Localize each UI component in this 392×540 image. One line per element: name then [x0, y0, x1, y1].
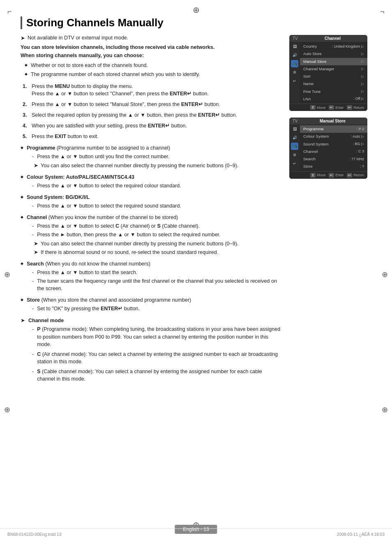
bullet-text-1: Whether or not to store each of the chan…: [31, 62, 148, 69]
section-store-title: Store (When you store the channel and as…: [27, 296, 191, 304]
tv-item-sort-label: Sort: [303, 74, 310, 79]
tv-footer-enter-2: ↵ Enter: [329, 173, 344, 178]
tv-label-1: TV: [293, 36, 298, 41]
section-channel-title: Channel (When you know the number of the…: [27, 214, 178, 221]
corner-mark-tr: ⌐: [380, 7, 385, 16]
dash-icon-ch1: -: [32, 222, 34, 230]
tv-item-soundsys-label: Sound System: [303, 141, 329, 147]
step-4: 4. When you are satisfied with your sett…: [23, 122, 281, 129]
move-label: Move: [317, 106, 325, 110]
channel-mode-sub: - P (Programme mode): When completing tu…: [32, 325, 281, 383]
tv-icon-picture: 🖼: [291, 43, 298, 50]
crosshair-right2: ⊕: [382, 405, 388, 414]
tv-item-search2-label: Search: [303, 156, 316, 162]
tv-item-lna-label: LNA: [303, 96, 311, 102]
section-programme-sub: - Press the ▲ or ▼ button until you find…: [32, 153, 281, 169]
tv-item-programme-label: Programme: [303, 126, 324, 132]
tv-item-manualstore: Manual Store ▷: [300, 58, 367, 65]
move-label-2: Move: [317, 173, 325, 177]
bullet-item-2: ◆ The programme number of each stored ch…: [25, 71, 281, 78]
channel-dash-1: - Press the ▲ or ▼ button to select C (A…: [32, 222, 281, 230]
tv-item-programme: Programme : P 2: [300, 125, 367, 133]
tv-item-store2-value: : ?: [360, 164, 364, 170]
colour-dash-text-1: Press the ▲ or ▼ button to select the re…: [37, 182, 181, 189]
tv-item-country: Country : United Kingdom ▷: [300, 43, 367, 50]
section-store-sub: - Set to "OK" by pressing the ENTER↵ but…: [32, 305, 281, 312]
channel-note-2: ➤ If there is abnormal sound or no sound…: [34, 249, 281, 256]
tv-item-lna: LNA : Off ▷: [300, 95, 367, 103]
search-dash-1: - Press the ▲ or ▼ button to start the s…: [32, 269, 281, 276]
search-dash-text-2: The tuner scans the frequency range unti…: [37, 277, 281, 292]
section-store: ◆ Store (When you store the channel and …: [21, 296, 281, 312]
step-text-3: Select the required option by pressing t…: [32, 111, 237, 119]
tv-item-name-arrow: ▷: [361, 81, 364, 87]
cm-s-text: S (Cable channel mode): You can select a…: [37, 368, 281, 383]
note-arrow-ch2: ➤: [34, 249, 38, 256]
enter-label: Enter: [335, 106, 344, 110]
return-icon-2: ↩: [347, 173, 352, 178]
return-label: Return: [353, 106, 364, 110]
bullet-item-1: ◆ Whether or not to store each of the ch…: [25, 62, 281, 69]
tv-icon-sound: 🔊: [291, 51, 298, 59]
tv-footer-return: ↩ Return: [347, 105, 364, 110]
bottom-left-text: BN68-01412D-00Eng.indd 13: [7, 532, 61, 537]
page-wrapper: ⌐ ⌐ ⊕ ⊕ ⊕ ⊕ ⊕ Storing Channels Manually …: [0, 0, 392, 540]
tv-icon-setup: ⚙: [291, 69, 298, 76]
dash-icon-sound: -: [32, 202, 34, 210]
tv-icon-channel-sel: 📺: [291, 60, 298, 67]
diamond-icon-colour: ◆: [21, 174, 23, 180]
tv-channel-title-1: Channel: [301, 36, 364, 41]
note-arrow-ch1: ➤: [34, 240, 38, 247]
crosshair-top: ⊕: [193, 5, 200, 15]
step-num-3: 3.: [23, 111, 28, 119]
step-2: 2. Press the ▲ or ▼ button to select "Ma…: [23, 101, 281, 108]
bullet-text-2: The programme number of each stored chan…: [31, 71, 200, 78]
tv-item-search2: Search : 77 MHz: [300, 155, 367, 163]
cm-p: - P (Programme mode): When completing tu…: [32, 325, 281, 348]
tv-item-search2-value: : 77 MHz: [349, 157, 364, 162]
tv-item-channelmgr-arrow: ▷: [361, 66, 364, 72]
enter-label-2: Enter: [335, 173, 344, 177]
tv-item-channelmgr-label: Channel Manager: [303, 66, 334, 72]
dash-icon-s1: -: [32, 269, 34, 276]
tv-item-country-value: : United Kingdom ▷: [332, 44, 364, 50]
tv-menu-manual-header: TV Manual Store: [289, 118, 367, 125]
tv-item-autostore-arrow: ▷: [361, 51, 364, 57]
tv-icons-col-1: 🖼 🔊 📺 ⚙ ↵: [289, 42, 300, 104]
bottom-right-text: 2008-03-11 ¿ÀÈÄ 4:18:03: [337, 532, 385, 537]
section-sound-sub: - Press the ▲ or ▼ button to select the …: [32, 202, 281, 210]
tv-item-programme-value: : P 2: [357, 127, 364, 132]
tv-menu-channel-header: TV Channel: [289, 35, 367, 42]
step-num-4: 4.: [23, 122, 28, 129]
bold-intro2: When storing channels manually, you can …: [21, 53, 281, 58]
step-3: 3. Select the required option by pressin…: [23, 111, 281, 119]
enter-icon: ↵: [329, 105, 334, 110]
prog-dash-text-1: Press the ▲ or ▼ button until you find t…: [37, 153, 169, 160]
cm-s: - S (Cable channel mode): You can select…: [32, 368, 281, 383]
channel-mode-title: Channel mode: [28, 317, 64, 324]
tv-menu-manual: TV Manual Store 🖼 🔊 📺 ⚙ ↵ Programme: [289, 118, 367, 179]
diamond-icon-1: ◆: [25, 62, 28, 68]
note-arrow-icon: ➤: [21, 35, 25, 41]
note-arrow-icon-prog: ➤: [34, 162, 38, 169]
tv-footer-return-2: ↩ Return: [347, 173, 364, 178]
tv-item-finetune: Fine Tune ▷: [300, 88, 367, 95]
channel-dash-2: - Press the ► button, then press the ▲ o…: [32, 231, 281, 238]
dash-icon-ch2: -: [32, 231, 34, 238]
return-label-2: Return: [353, 173, 364, 177]
step-num-2: 2.: [23, 101, 28, 108]
section-channel: ◆ Channel (When you know the number of t…: [21, 214, 281, 256]
store-dash-1: - Set to "OK" by pressing the ENTER↵ but…: [32, 305, 281, 312]
cm-c-text: C (Air channel mode): You can select a c…: [37, 351, 281, 365]
right-column: TV Channel 🖼 🔊 📺 ⚙ ↵ Country: [289, 35, 371, 387]
tv-footer-move-2: ⇕ Move: [310, 173, 325, 178]
tv-item-autostore: Auto Store ▷: [300, 50, 367, 58]
section-colour-sub: - Press the ▲ or ▼ button to select the …: [32, 182, 281, 189]
channel-dash-text-2: Press the ► button, then press the ▲ or …: [37, 231, 220, 238]
tv-item-channelmgr: Channel Manager ▷: [300, 65, 367, 73]
diamond-icon-prog: ◆: [21, 145, 23, 150]
colour-dash-1: - Press the ▲ or ▼ button to select the …: [32, 182, 281, 189]
section-search-sub: - Press the ▲ or ▼ button to start the s…: [32, 269, 281, 292]
section-programme: ◆ Programme (Programme number to be assi…: [21, 144, 281, 169]
crosshair-left: ⊕: [4, 270, 10, 279]
